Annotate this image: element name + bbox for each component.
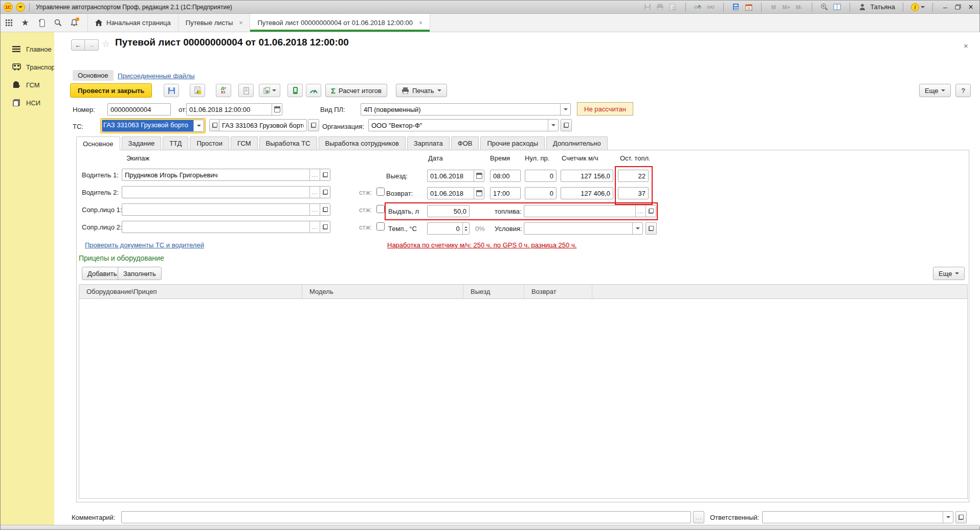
open-icon[interactable] [645, 205, 656, 217]
copy-button[interactable] [259, 84, 280, 97]
open-icon[interactable] [320, 204, 330, 215]
open-conditions-button[interactable] [645, 222, 657, 235]
return-nul-field[interactable] [525, 187, 556, 199]
favorites-star-button[interactable]: ★ [17, 14, 33, 32]
waybill-kind-combo[interactable] [361, 103, 571, 116]
driver1-field[interactable]: ... [122, 169, 330, 181]
column-model[interactable]: Модель [302, 285, 463, 298]
departure-date-field[interactable] [427, 170, 484, 182]
nav-link-main[interactable]: Основное [73, 70, 114, 81]
doc-tab-task[interactable]: Задание [122, 136, 162, 150]
column-departure[interactable]: Выезд [463, 285, 524, 298]
zoom-icon[interactable] [820, 3, 829, 11]
history-button[interactable] [33, 14, 50, 32]
speedometer-button[interactable] [306, 84, 321, 97]
conditions-combo[interactable] [524, 222, 643, 235]
ellipsis-icon[interactable]: ... [309, 204, 320, 215]
ellipsis-icon[interactable]: ... [309, 169, 320, 180]
doc-tab-salary[interactable]: Зарплата [407, 136, 450, 150]
add-link-icon[interactable] [694, 3, 703, 11]
check-documents-link[interactable]: Проверить документы ТС и водителей [85, 241, 204, 249]
number-field[interactable] [107, 103, 171, 116]
escort2-stj-checkbox[interactable] [376, 222, 385, 231]
calendar-icon[interactable] [474, 188, 484, 199]
driver2-stj-checkbox[interactable] [376, 188, 385, 196]
chevron-down-icon[interactable] [548, 120, 558, 131]
open-vehicle-model-button[interactable] [308, 119, 319, 131]
return-fuel-field[interactable] [618, 187, 649, 199]
add-button[interactable]: Добавить [82, 267, 122, 280]
close-tab-icon[interactable]: × [419, 19, 422, 27]
calendar-icon[interactable]: 31 [744, 3, 753, 11]
split-window-icon[interactable] [833, 3, 842, 11]
tab-waybill-document[interactable]: Путевой лист 00000000004 от 01.06.2018 1… [250, 14, 430, 32]
sidebar-item-fuel[interactable]: ГСМ [1, 77, 54, 93]
open-icon[interactable] [320, 221, 330, 233]
return-counter-field[interactable] [561, 187, 613, 199]
notifications-bell-button[interactable] [66, 14, 82, 32]
calculator-icon[interactable] [731, 3, 741, 11]
responsible-combo[interactable] [762, 511, 953, 523]
escort1-stj-checkbox[interactable] [376, 205, 385, 213]
main-menu-button[interactable] [16, 3, 25, 12]
tab-home[interactable]: Начальная страница [87, 14, 179, 32]
escort1-field[interactable]: ... [122, 203, 330, 216]
tab-waybills-list[interactable]: Путевые листы × [179, 14, 251, 32]
ellipsis-icon[interactable]: ... [635, 205, 645, 217]
sidebar-item-transport[interactable]: Транспорт [1, 59, 54, 75]
doc-tab-vehicle-output[interactable]: Выработка ТС [259, 136, 317, 150]
departure-fuel-field[interactable] [618, 170, 649, 182]
chevron-down-icon[interactable] [943, 512, 953, 523]
post-document-button[interactable] [190, 84, 205, 97]
doc-tab-main[interactable]: Основное [76, 136, 120, 150]
chevron-down-icon[interactable] [193, 120, 204, 131]
calendar-icon[interactable] [474, 170, 484, 181]
trailers-table-body[interactable] [79, 299, 967, 498]
return-time-field[interactable] [490, 187, 521, 199]
column-return[interactable]: Возврат [524, 285, 592, 298]
doc-tab-downtime[interactable]: Простои [190, 136, 229, 150]
open-responsible-button[interactable] [955, 511, 967, 523]
more-button[interactable]: Еще [919, 84, 951, 97]
open-icon[interactable] [320, 169, 330, 180]
close-form-icon[interactable]: × [964, 41, 968, 50]
menu-grid-button[interactable] [1, 14, 17, 32]
departure-time-field[interactable] [490, 170, 521, 182]
trailers-more-button[interactable]: Еще [933, 267, 965, 280]
dt-kt-button[interactable]: Дт Кт [216, 84, 231, 97]
favorite-star-icon[interactable]: ☆ [102, 38, 110, 50]
info-button[interactable]: i [911, 3, 925, 11]
doc-date-field[interactable] [186, 103, 282, 116]
close-button[interactable]: × [966, 3, 975, 11]
stepper-icon[interactable] [462, 223, 469, 234]
calendar-icon[interactable] [272, 104, 282, 115]
departure-nul-field[interactable] [525, 170, 556, 182]
doc-tab-additional[interactable]: Дополнительно [546, 136, 608, 150]
document-registers-button[interactable] [238, 84, 254, 97]
fill-button[interactable]: Заполнить [118, 267, 162, 280]
doc-tab-fov[interactable]: ФОВ [451, 136, 479, 150]
issue-liters-field[interactable] [427, 205, 470, 217]
user-name[interactable]: Татьяна [871, 3, 895, 11]
maximize-button[interactable] [953, 3, 963, 11]
ellipsis-icon[interactable]: ... [309, 187, 320, 198]
fuel-type-field[interactable]: ... [524, 205, 656, 217]
forward-button[interactable]: → [85, 39, 99, 51]
minimize-button[interactable]: – [941, 3, 950, 11]
doc-tab-fuel[interactable]: ГСМ [231, 136, 258, 150]
driver2-field[interactable]: ... [122, 186, 330, 198]
chevron-down-icon[interactable] [632, 223, 642, 234]
mobile-device-button[interactable] [287, 84, 303, 97]
departure-counter-field[interactable] [561, 170, 613, 182]
return-date-field[interactable] [427, 187, 484, 199]
remove-link-icon[interactable] [706, 3, 716, 11]
vehicle-combo-focused[interactable]: ГАЗ 331063 Грузовой борто [100, 118, 206, 133]
print-button[interactable]: Печать [396, 84, 447, 97]
doc-tab-employee-output[interactable]: Выработка сотрудников [319, 136, 406, 150]
counter-warning-link[interactable]: Наработка по счетчику м/ч: 250 ч. по GPS… [387, 241, 576, 249]
sidebar-item-nsi[interactable]: НСИ [1, 95, 54, 110]
help-button[interactable]: ? [955, 84, 971, 97]
back-button[interactable]: ← [71, 39, 85, 51]
nav-link-attached-files[interactable]: Присоединенные файлы [118, 72, 195, 80]
save-button[interactable] [164, 84, 179, 97]
